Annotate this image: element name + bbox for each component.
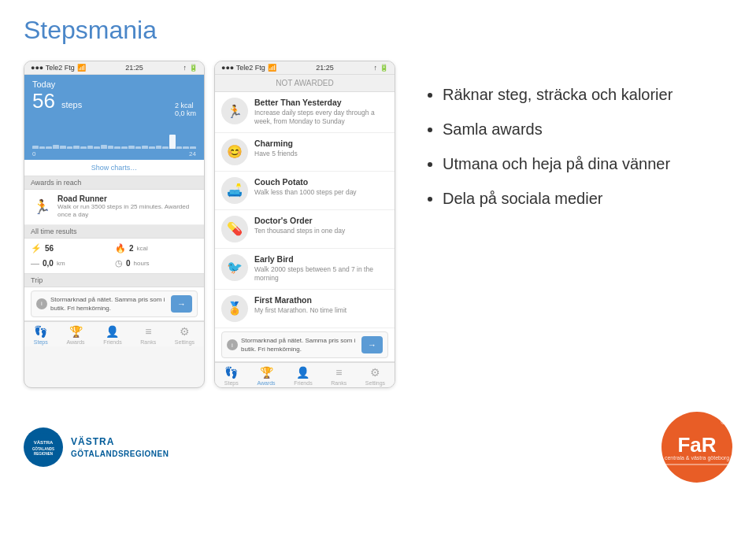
steps-meta: 2 kcal 0,0 km <box>175 102 196 117</box>
result-kcal: 🔥 2 kcal <box>115 242 198 255</box>
couch-desc: Walk less than 1000 steps per day <box>254 188 388 197</box>
p2-trip-ad-text: Stormarknad på nätet. Samma pris som i b… <box>241 336 358 353</box>
bullet-3: Utmana och heja på dina vänner <box>443 154 724 174</box>
p2-nav-awards[interactable]: 🏆 Awards <box>257 366 275 386</box>
chart-bar <box>101 145 107 149</box>
hours-result-unit: hours <box>134 260 150 267</box>
doctor-body: Doctor's Order Ten thousand steps in one… <box>254 216 388 235</box>
steps-nav-icon: 👣 <box>34 325 47 338</box>
right-text: Räknar steg, sträcka och kalorier Samla … <box>411 61 732 223</box>
p2-location-icon: ↑ <box>373 64 377 72</box>
award-couch-potato: 🛋️ Couch Potato Walk less than 1000 step… <box>215 172 395 210</box>
km-result-value: 0,0 <box>43 259 54 268</box>
result-steps: ⚡ 56 <box>31 242 113 255</box>
p2-steps-nav-icon: 👣 <box>224 366 238 379</box>
p2-nav-steps[interactable]: 👣 Steps <box>224 366 239 386</box>
trip-info-icon: i <box>36 298 47 309</box>
p2-trip-ad-button[interactable]: → <box>361 336 383 353</box>
vgr-logo-container: VÄSTRA GÖTALANDS REGIONEN VÄSTRA GÖTALAN… <box>24 427 169 467</box>
chart-bar <box>183 146 189 149</box>
chart-bar <box>67 146 73 149</box>
charming-icon: 😊 <box>221 139 248 165</box>
nav-settings[interactable]: ⚙ Settings <box>175 325 195 345</box>
ranks-nav-icon: ≡ <box>145 325 151 338</box>
wifi-icon: 📶 <box>77 64 86 72</box>
couch-body: Couch Potato Walk less than 1000 steps p… <box>254 177 388 197</box>
kcal-result-icon: 🔥 <box>115 243 126 253</box>
better-desc: Increase daily steps every day through a… <box>254 109 388 127</box>
chart-bar <box>94 146 100 149</box>
status-right: ↑ 🔋 <box>183 64 198 72</box>
nav-awards[interactable]: 🏆 Awards <box>66 325 84 345</box>
nav-friends[interactable]: 👤 Friends <box>103 325 121 345</box>
bullet-2: Samla awards <box>443 119 724 139</box>
p2-nav-settings[interactable]: ⚙ Settings <box>365 366 385 386</box>
steps-row: 56 steps 2 kcal 0,0 km <box>32 91 196 117</box>
status-left: ●●● Tele2 Ftg 📶 <box>31 64 86 72</box>
phone1: ●●● Tele2 Ftg 📶 21:25 ↑ 🔋 Today 56 steps… <box>24 61 205 388</box>
p2-steps-nav-label: Steps <box>224 380 239 386</box>
award-road-runner-title: Road Runner <box>57 194 198 203</box>
results-grid: ⚡ 56 🔥 2 kcal — 0,0 km ◷ <box>31 242 198 270</box>
chart-bar <box>108 146 114 149</box>
chart-bar <box>162 146 169 149</box>
p2-settings-nav-label: Settings <box>365 380 385 386</box>
chart-area: 0 24 <box>24 120 204 160</box>
km-result-unit: km <box>57 260 65 267</box>
p2-awards-nav-label: Awards <box>257 380 275 386</box>
awards-nav-label: Awards <box>66 339 84 345</box>
nav-steps[interactable]: 👣 Steps <box>34 325 48 345</box>
phone1-nav: 👣 Steps 🏆 Awards 👤 Friends ≡ Ranks ⚙ <box>24 321 204 346</box>
time-text: 21:25 <box>125 64 143 72</box>
p2-wifi-icon: 📶 <box>268 64 276 72</box>
trip-ad-button[interactable]: → <box>171 295 192 313</box>
chart-bar <box>60 146 66 149</box>
nav-ranks[interactable]: ≡ Ranks <box>140 325 156 345</box>
svg-text:GÖTALANDS: GÖTALANDS <box>32 446 54 451</box>
awards-nav-icon: 🏆 <box>69 325 83 338</box>
p2-settings-nav-icon: ⚙ <box>370 366 380 379</box>
phone1-header: Today 56 steps 2 kcal 0,0 km <box>24 75 204 120</box>
hours-result-value: 0 <box>126 259 131 268</box>
chart-bar <box>135 146 142 149</box>
vgr-logo-circle: VÄSTRA GÖTALANDS REGIONEN <box>24 427 63 467</box>
vgr-text-container: VÄSTRA GÖTALANDSREGIONEN <box>71 435 169 460</box>
chart-bar-container <box>32 124 196 149</box>
show-charts-link[interactable]: Show charts… <box>24 160 204 176</box>
p2-friends-nav-icon: 👤 <box>296 366 309 379</box>
road-runner-icon: 🏃 <box>31 196 53 218</box>
vgr-logo-svg: VÄSTRA GÖTALANDS REGIONEN <box>28 431 59 463</box>
better-title: Better Than Yesterday <box>254 98 388 107</box>
award-road-runner-text: Road Runner Walk or run 3500 steps in 25… <box>57 194 198 220</box>
kcal-value: 2 kcal <box>175 102 196 109</box>
kcal-result-value: 2 <box>129 244 134 253</box>
settings-nav-label: Settings <box>175 339 195 345</box>
doctor-desc: Ten thousand steps in one day <box>254 227 388 235</box>
not-awarded-banner: NOT AWARDED <box>215 75 395 92</box>
couch-icon: 🛋️ <box>221 177 248 204</box>
chart-bar <box>39 146 46 149</box>
phone2-nav: 👣 Steps 🏆 Awards 👤 Friends ≡ Ranks ⚙ <box>215 362 395 387</box>
kcal-result-unit: kcal <box>137 245 148 252</box>
earlybird-desc: Walk 2000 steps between 5 and 7 in the m… <box>254 265 388 283</box>
far-logo-inner: FaR centrala & västra göteborg <box>665 435 729 461</box>
vgr-text-line1: VÄSTRA <box>71 435 169 449</box>
award-first-marathon: 🏅 First Marathon My first Marathon. No t… <box>215 290 395 328</box>
far-stripe <box>662 464 732 465</box>
trip-section: i Stormarknad på nätet. Samma pris som i… <box>24 287 204 321</box>
steps-result-value: 56 <box>45 244 54 253</box>
p2-nav-friends[interactable]: 👤 Friends <box>294 366 312 386</box>
vgr-text-line2: GÖTALANDSREGIONEN <box>71 449 169 460</box>
page-title: Stepsmania <box>24 16 732 45</box>
svg-text:VÄSTRA: VÄSTRA <box>34 440 54 445</box>
chart-label-start: 0 <box>32 150 35 157</box>
bottom-row: VÄSTRA GÖTALANDS REGIONEN VÄSTRA GÖTALAN… <box>24 412 732 483</box>
phones-container: ●●● Tele2 Ftg 📶 21:25 ↑ 🔋 Today 56 steps… <box>24 61 395 388</box>
phone2: ●●● Tele2 Ftg 📶 21:25 ↑ 🔋 NOT AWARDED 🏃 … <box>214 61 395 388</box>
award-road-runner: 🏃 Road Runner Walk or run 3500 steps in … <box>24 190 204 225</box>
award-doctors-order: 💊 Doctor's Order Ten thousand steps in o… <box>215 210 395 249</box>
result-km: — 0,0 km <box>31 257 113 270</box>
p2-nav-ranks[interactable]: ≡ Ranks <box>331 366 346 386</box>
main-content: ●●● Tele2 Ftg 📶 21:25 ↑ 🔋 Today 56 steps… <box>24 61 732 388</box>
earlybird-icon: 🐦 <box>221 254 248 281</box>
